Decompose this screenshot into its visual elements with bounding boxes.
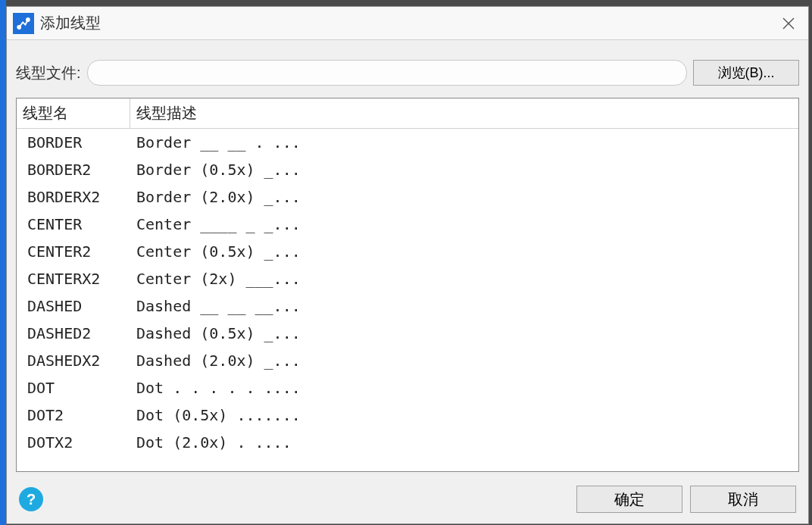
- list-item[interactable]: DASHEDDashed __ __ __...: [17, 292, 798, 320]
- list-item[interactable]: CENTER2Center (0.5x) _...: [17, 238, 798, 265]
- list-header: 线型名 线型描述: [17, 98, 798, 129]
- linetype-desc: Border (2.0x) _...: [130, 186, 798, 208]
- linetype-name: DASHEDX2: [17, 350, 130, 371]
- list-item[interactable]: BORDER2Border (0.5x) _...: [17, 156, 798, 183]
- column-header-name[interactable]: 线型名: [17, 98, 130, 128]
- linetype-name: DOT2: [17, 405, 130, 426]
- list-item[interactable]: CENTERCenter ____ _ _...: [17, 211, 798, 238]
- linetype-name: CENTERX2: [17, 268, 130, 289]
- file-row: 线型文件: 浏览(B)...: [16, 52, 799, 89]
- list-item[interactable]: DASHEDX2Dashed (2.0x) _...: [17, 347, 798, 374]
- linetype-desc: Border __ __ . ...: [130, 132, 798, 153]
- linetype-name: DOT: [17, 377, 130, 398]
- list-item[interactable]: DOTX2Dot (2.0x) . ....: [17, 429, 798, 456]
- list-item[interactable]: DOT2Dot (0.5x) .......: [17, 402, 798, 429]
- titlebar: 添加线型: [7, 7, 808, 40]
- linetype-desc: Dot (2.0x) . ....: [130, 432, 798, 453]
- dialog-footer: ? 确定 取消: [16, 481, 799, 516]
- linetype-desc: Dashed __ __ __...: [130, 295, 798, 317]
- linetype-desc: Center ____ _ _...: [130, 214, 798, 235]
- linetype-desc: Dot . . . . . ....: [130, 377, 798, 398]
- linetype-name: DOTX2: [17, 432, 130, 453]
- list-item[interactable]: DOTDot . . . . . ....: [17, 374, 798, 402]
- list-item[interactable]: CENTERX2Center (2x) ___...: [17, 265, 798, 292]
- linetype-name: BORDER: [17, 132, 130, 153]
- linetype-desc: Center (0.5x) _...: [130, 241, 798, 262]
- cancel-button[interactable]: 取消: [690, 486, 796, 513]
- linetype-name: CENTER: [17, 214, 130, 235]
- linetype-name: BORDERX2: [17, 186, 130, 208]
- file-path-input[interactable]: [87, 60, 687, 86]
- list-item[interactable]: BORDERX2Border (2.0x) _...: [17, 183, 798, 211]
- column-header-desc[interactable]: 线型描述: [130, 98, 798, 128]
- dialog-window: 添加线型 线型文件: 浏览(B)... 线型名 线型描述 BORDERBorde…: [6, 6, 809, 524]
- list-body[interactable]: BORDERBorder __ __ . ...BORDER2Border (0…: [17, 129, 798, 471]
- dialog-body: 线型文件: 浏览(B)... 线型名 线型描述 BORDERBorder __ …: [7, 40, 808, 523]
- linetype-list: 线型名 线型描述 BORDERBorder __ __ . ...BORDER2…: [16, 98, 799, 472]
- app-icon: [13, 13, 34, 34]
- ok-button[interactable]: 确定: [576, 486, 682, 513]
- linetype-desc: Center (2x) ___...: [130, 268, 798, 289]
- linetype-name: BORDER2: [17, 159, 130, 180]
- window-title: 添加线型: [40, 13, 773, 33]
- linetype-name: DASHED2: [17, 323, 130, 344]
- browse-button[interactable]: 浏览(B)...: [693, 60, 799, 86]
- linetype-desc: Border (0.5x) _...: [130, 159, 798, 180]
- list-item[interactable]: BORDERBorder __ __ . ...: [17, 129, 798, 156]
- list-item[interactable]: DASHED2Dashed (0.5x) _...: [17, 320, 798, 347]
- linetype-name: DASHED: [17, 295, 130, 317]
- linetype-desc: Dashed (0.5x) _...: [130, 323, 798, 344]
- linetype-desc: Dashed (2.0x) _...: [130, 350, 798, 371]
- file-label: 线型文件:: [16, 63, 81, 83]
- close-button[interactable]: [773, 10, 804, 37]
- linetype-name: CENTER2: [17, 241, 130, 262]
- linetype-desc: Dot (0.5x) .......: [130, 405, 798, 426]
- left-accent-bar: [0, 0, 6, 525]
- help-button[interactable]: ?: [19, 487, 43, 511]
